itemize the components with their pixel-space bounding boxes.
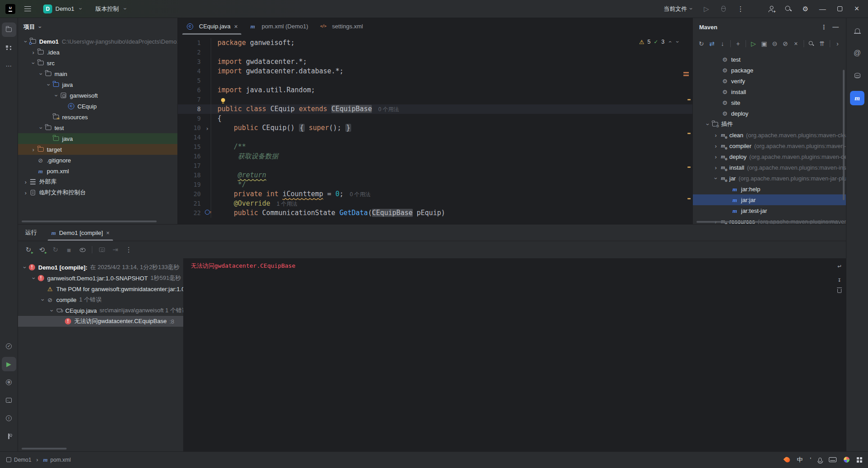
vcs-menu[interactable]: 版本控制 › [92, 3, 132, 15]
scroll-to-end-button[interactable]: ↧ [837, 275, 841, 284]
minimize-button[interactable]: — [815, 3, 830, 15]
code-line[interactable]: 1package ganweisoft; [178, 38, 692, 48]
warning-stripe-mark[interactable] [687, 133, 691, 134]
maven-offline-button[interactable]: ⊘ [781, 38, 791, 49]
fold-chevron-icon[interactable]: › [206, 124, 209, 134]
soft-wrap-button[interactable]: ↩ [837, 262, 841, 270]
maven-download-sources-button[interactable]: ↓ [718, 38, 728, 49]
analysis-marker-icon[interactable] [683, 72, 689, 76]
project-tree-item[interactable]: ›java [18, 79, 177, 90]
chevron-down-icon[interactable]: › [38, 71, 45, 77]
maven-options-button[interactable]: ⋮ [818, 22, 830, 32]
usages-inlay-hint[interactable]: 0 个用法 [350, 191, 371, 198]
rerun-failed-button[interactable]: ⟲ [36, 244, 48, 255]
chevron-down-icon[interactable]: › [30, 60, 37, 66]
project-tree-item[interactable]: ›临时文件和控制台 [18, 187, 177, 198]
chevron-down-icon[interactable]: › [45, 81, 52, 88]
chevron-right-icon[interactable]: › [713, 153, 719, 160]
project-tree-item[interactable]: ›ganweisoft [18, 90, 177, 101]
run-tree-item[interactable]: ›!无法访问gwdatacenter.CEquipBase:8 [18, 316, 183, 327]
code-line[interactable]: 22 public CommunicationState GetData(CEq… [178, 208, 692, 218]
chevron-down-icon[interactable]: › [31, 275, 37, 281]
chevron-down-icon[interactable]: › [38, 125, 45, 131]
editor-tab-settings-xml[interactable]: </>settings.xml [314, 18, 369, 35]
code-line[interactable]: 20 private int iCounttemp = 0;0 个用法 [178, 189, 692, 199]
project-tree-item[interactable]: ›src [18, 58, 177, 68]
hide-panel-button[interactable]: — [830, 22, 841, 32]
usages-inlay-hint[interactable]: 0 个用法 [378, 106, 399, 112]
maven-plugin-deploy[interactable]: ›m⚙deploy(org.apache.maven.plugins:maven… [693, 151, 846, 162]
inspect-results-button[interactable] [77, 244, 88, 255]
maven-run-button[interactable]: ▷ [749, 38, 759, 49]
chevron-down-icon[interactable]: › [49, 307, 55, 314]
debug-button[interactable] [716, 3, 731, 15]
intention-bulb-icon[interactable] [221, 98, 225, 102]
maven-lifecycle-goal[interactable]: ⚙test [693, 54, 846, 65]
code-line[interactable]: 6import java.util.Random; [178, 86, 692, 95]
punctuation-mode-icon[interactable]: ’ [810, 456, 811, 463]
code-line[interactable]: 15 /** [178, 142, 692, 152]
commit-tool-button[interactable]: ✓ [2, 339, 16, 353]
maven-collapse-all-button[interactable]: ⇈ [817, 38, 827, 49]
project-tree-item[interactable]: ›mpom.xml [18, 166, 177, 176]
ai-assistant-button[interactable]: @ [850, 46, 864, 60]
code-line[interactable]: 8public class CEquip extends CEquipBase0… [178, 104, 692, 114]
run-tool-button[interactable]: ▶ [2, 357, 16, 371]
code-area[interactable]: 1package ganweisoft;23import gwdatacente… [178, 35, 692, 224]
chevron-right-icon[interactable]: › [23, 179, 29, 185]
search-everywhere-button[interactable] [781, 3, 796, 15]
project-tool-button[interactable] [2, 22, 16, 37]
project-tree-item[interactable]: ›resources [18, 112, 177, 122]
maven-lifecycle-goal[interactable]: ⚙package [693, 65, 846, 76]
editor-tab-cequip-java[interactable]: CCEquip.java× [181, 18, 243, 35]
run-configuration-selector[interactable]: 当前文件 › [661, 5, 697, 13]
project-tree-item[interactable]: ›main [18, 68, 177, 79]
maven-plugin-clean[interactable]: ›m⚙clean(org.apache.maven.plugins:maven-… [693, 130, 846, 140]
run-tab-demo1-compile[interactable]: m Demo1 [compile] × [47, 225, 114, 241]
database-tool-button[interactable] [850, 68, 864, 83]
code-line[interactable]: 9{ [178, 114, 692, 123]
more-options-button[interactable]: ⋮ [123, 244, 135, 255]
project-tree-item[interactable]: ›Demo1C:\Users\gw-jiangshuibo\IdeaProjec… [18, 36, 177, 47]
chevron-down-icon[interactable]: › [705, 121, 711, 127]
keyboard-icon[interactable] [829, 457, 836, 462]
code-line[interactable]: 16 获取设备数据 [178, 152, 692, 161]
project-tree-item[interactable]: ›⊘.gitignore [18, 155, 177, 166]
maven-profiles-button[interactable] [807, 38, 817, 49]
code-line[interactable]: 14 [178, 133, 692, 142]
horizontal-scrollbar[interactable] [22, 448, 67, 450]
run-tree-item[interactable]: ›⚠The POM for ganweisoft:gwminidatacente… [18, 284, 183, 294]
chevron-down-icon[interactable]: › [22, 264, 28, 270]
maven-plugin-install[interactable]: ›m⚙install(org.apache.maven.plugins:mave… [693, 162, 846, 173]
next-problem-button[interactable]: › [674, 40, 681, 44]
sogou-input-icon[interactable] [783, 456, 791, 464]
previous-problem-button[interactable]: › [667, 40, 673, 44]
maven-goal-jar-test-jar[interactable]: mjar:test-jar [693, 205, 846, 216]
maven-goal-jar-jar[interactable]: mjar:jar [693, 194, 846, 205]
clear-console-button[interactable] [837, 289, 841, 293]
chevron-right-icon[interactable]: › [713, 143, 719, 149]
maven-plugins-node[interactable]: ›⚙插件 [693, 119, 846, 130]
project-tree-item[interactable]: ›test [18, 122, 177, 133]
horizontal-scrollbar[interactable] [22, 220, 157, 222]
warning-stripe-mark[interactable] [687, 99, 691, 100]
code-line[interactable]: 18 @return [178, 171, 692, 180]
warning-stripe-mark[interactable] [687, 166, 691, 168]
chevron-right-icon[interactable]: › [30, 49, 36, 56]
project-tree-item[interactable]: ›java [18, 133, 177, 144]
vertical-scrollbar[interactable] [843, 70, 845, 200]
code-line[interactable]: 19 */ [178, 180, 692, 189]
maven-toolbar-overflow-button[interactable]: › [833, 38, 843, 49]
chevron-down-icon[interactable]: › [713, 175, 719, 181]
code-line[interactable]: 4import gwdatacenter.database.*; [178, 67, 692, 76]
code-line[interactable]: 5 [178, 76, 692, 86]
inspections-widget[interactable]: ⚠ 5 ✓ 3 › › [636, 38, 683, 46]
override-method-icon[interactable] [205, 210, 210, 215]
screenshot-button[interactable] [96, 244, 108, 255]
notifications-button[interactable] [850, 23, 864, 38]
code-line[interactable]: 3import gwdatacenter.*; [178, 57, 692, 67]
rerun-button[interactable]: ↻ [23, 244, 34, 255]
maven-tool-button[interactable]: m [850, 91, 864, 105]
run-tree-item[interactable]: ›⊘compile1 个错误 [18, 294, 183, 305]
chevron-down-icon[interactable]: › [53, 92, 60, 99]
